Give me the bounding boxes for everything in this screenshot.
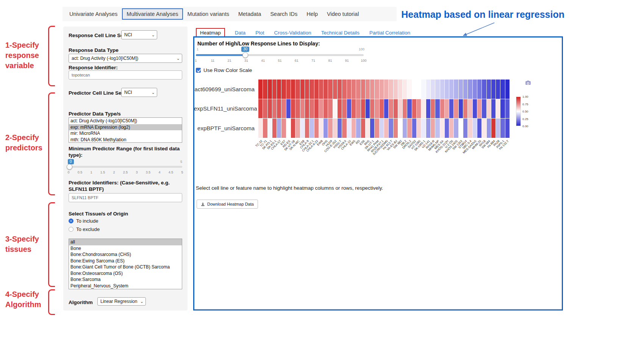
- heatmap-cell[interactable]: [258, 80, 263, 99]
- heatmap-cell[interactable]: [384, 119, 388, 138]
- predictor-identifiers-input[interactable]: SLFN11 BPTF: [69, 193, 182, 202]
- heatmap-cell[interactable]: [258, 119, 263, 138]
- heatmap-cell[interactable]: [394, 80, 398, 99]
- heatmap-cell[interactable]: [375, 99, 379, 119]
- heatmap-cell[interactable]: [463, 80, 467, 99]
- heatmap-cell[interactable]: [440, 80, 444, 99]
- heatmap-cell[interactable]: [319, 99, 323, 119]
- heatmap-cell[interactable]: [319, 119, 323, 138]
- heatmap-cell[interactable]: [417, 80, 421, 99]
- tissue-option[interactable]: Bone:Sarcoma: [69, 276, 182, 283]
- heatmap-cell[interactable]: [459, 80, 463, 99]
- heatmap-row-label[interactable]: expBPTF_uniSarcoma: [194, 125, 255, 131]
- lines-slider-handle[interactable]: [242, 52, 248, 58]
- heatmap-cell[interactable]: [491, 119, 496, 138]
- heatmap-cell[interactable]: [319, 80, 323, 99]
- heatmap-cell[interactable]: [463, 99, 467, 119]
- heatmap-cell[interactable]: [445, 80, 449, 99]
- heatmap-cell[interactable]: [347, 80, 351, 99]
- tissue-include-option[interactable]: To include: [69, 218, 98, 224]
- heatmap-cell[interactable]: [468, 119, 472, 138]
- heatmap-cell[interactable]: [505, 119, 510, 138]
- heatmap-cell[interactable]: [398, 99, 402, 119]
- heatmap-cell[interactable]: [435, 119, 439, 138]
- heatmap-cell[interactable]: [482, 119, 486, 138]
- heatmap-cell[interactable]: [328, 119, 332, 138]
- heatmap-cell[interactable]: [500, 119, 505, 138]
- heatmap-cell[interactable]: [505, 80, 510, 99]
- heatmap-cell[interactable]: [277, 119, 281, 138]
- heatmap-cell[interactable]: [407, 80, 411, 99]
- heatmap-cell[interactable]: [468, 80, 472, 99]
- heatmap-cell[interactable]: [449, 99, 453, 119]
- tissue-option[interactable]: Bone: [69, 245, 182, 252]
- heatmap-cell[interactable]: [380, 119, 384, 138]
- heatmap-cell[interactable]: [491, 99, 496, 119]
- heatmap-cell[interactable]: [384, 80, 388, 99]
- heatmap-cell[interactable]: [272, 80, 277, 99]
- heatmap-cell[interactable]: [389, 80, 393, 99]
- min-range-slider-track[interactable]: [69, 166, 182, 168]
- heatmap-cell[interactable]: [487, 119, 491, 138]
- nav-item-search-ids[interactable]: Search IDs: [266, 8, 302, 20]
- heatmap-cell[interactable]: [426, 80, 430, 99]
- heatmap-cell[interactable]: [380, 99, 384, 119]
- heatmap-cell[interactable]: [398, 119, 402, 138]
- heatmap-cell[interactable]: [473, 99, 477, 119]
- tab-technical-details[interactable]: Technical Details: [321, 30, 360, 36]
- heatmap-cell[interactable]: [347, 99, 351, 119]
- tissue-option[interactable]: Bone:Ewing Sarcoma (ES): [69, 258, 182, 264]
- heatmap-cell[interactable]: [272, 119, 277, 138]
- heatmap-cell[interactable]: [398, 80, 402, 99]
- heatmap-cell[interactable]: [449, 119, 453, 138]
- tissue-option[interactable]: Peripheral_Nervous_System: [69, 283, 182, 289]
- heatmap-cell[interactable]: [421, 80, 425, 99]
- heatmap-cell[interactable]: [431, 119, 435, 138]
- heatmap-cell[interactable]: [445, 119, 449, 138]
- predictor-data-type-list[interactable]: act: Drug Activity (-log10[IC50M])exp: m…: [69, 117, 182, 143]
- heatmap-cell[interactable]: [477, 119, 481, 138]
- heatmap-cell[interactable]: [477, 99, 481, 119]
- heatmap-cell[interactable]: [291, 119, 295, 138]
- heatmap-cell[interactable]: [473, 119, 477, 138]
- heatmap-cell[interactable]: [449, 80, 453, 99]
- heatmap-cell[interactable]: [491, 80, 496, 99]
- heatmap-cell[interactable]: [324, 80, 328, 99]
- heatmap-cell[interactable]: [309, 99, 314, 119]
- heatmap-cell[interactable]: [384, 99, 388, 119]
- predictor-data-type-option[interactable]: mth: DNA 850K Methylation: [69, 137, 182, 143]
- heatmap-cell[interactable]: [454, 80, 458, 99]
- heatmap-cell[interactable]: [258, 99, 263, 119]
- heatmap-cell[interactable]: [361, 80, 365, 99]
- heatmap-cell[interactable]: [295, 119, 300, 138]
- heatmap-cell[interactable]: [426, 119, 430, 138]
- heatmap-cell[interactable]: [482, 99, 486, 119]
- heatmap-cell[interactable]: [487, 80, 491, 99]
- heatmap-cell[interactable]: [435, 80, 439, 99]
- predictor-data-type-option[interactable]: exp: mRNA Expression (log2): [69, 124, 182, 131]
- heatmap-cell[interactable]: [361, 99, 365, 119]
- heatmap-cell[interactable]: [342, 99, 346, 119]
- heatmap-cell[interactable]: [281, 99, 286, 119]
- heatmap-cell[interactable]: [477, 80, 481, 99]
- heatmap-cell[interactable]: [338, 119, 342, 138]
- heatmap-cell[interactable]: [286, 119, 291, 138]
- heatmap-cell[interactable]: [431, 80, 435, 99]
- heatmap-cell[interactable]: [305, 80, 309, 99]
- heatmap-row-label[interactable]: act609699_uniSarcoma: [194, 86, 255, 92]
- tissue-option[interactable]: all: [69, 239, 182, 245]
- heatmap-cell[interactable]: [403, 99, 407, 119]
- heatmap-cell[interactable]: [333, 99, 337, 119]
- heatmap-cell[interactable]: [333, 119, 337, 138]
- heatmap-cell[interactable]: [272, 99, 277, 119]
- tissue-exclude-radio[interactable]: [69, 227, 73, 232]
- heatmap-cell[interactable]: [352, 80, 356, 99]
- tab-plot[interactable]: Plot: [255, 30, 264, 36]
- heatmap-cell[interactable]: [370, 99, 374, 119]
- heatmap-cell[interactable]: [328, 80, 332, 99]
- heatmap-cell[interactable]: [295, 80, 300, 99]
- heatmap-cell[interactable]: [496, 80, 500, 99]
- heatmap-cell[interactable]: [277, 99, 281, 119]
- heatmap-cell[interactable]: [412, 99, 416, 119]
- heatmap-row-label[interactable]: expSLFN11_uniSarcoma: [194, 105, 255, 112]
